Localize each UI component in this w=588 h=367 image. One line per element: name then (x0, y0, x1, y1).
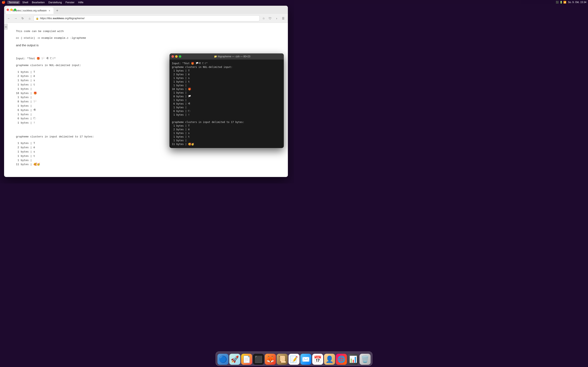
terminal-body: Input: "Tëst 🎁 🏳️नी ‌ি!" grapheme cluste… (169, 59, 284, 148)
security-icon: 🔒 (36, 17, 39, 20)
terminal-title: 📁 libgrapheme — -zsh — 80×23 (182, 55, 282, 58)
menubar-bearbeiten[interactable]: Bearbeiten (30, 1, 46, 4)
bookmark-button[interactable]: ☆ (260, 15, 267, 21)
menubar-terminal[interactable]: Terminal (7, 1, 20, 4)
nav-bar: ← → ↻ ⌂ 🔒 https://libs.suckless.org/libg… (4, 14, 288, 23)
compile-label: This code can be compiled with (16, 29, 280, 34)
nav-actions: ☆ 🛡 › ☰ (260, 15, 286, 21)
output-label: and the output is (16, 43, 280, 48)
close-button[interactable] (7, 8, 9, 11)
terminal-titlebar: 📁 libgrapheme — -zsh — 80×23 (169, 53, 284, 59)
url-bar[interactable]: 🔒 https://libs.suckless.org/libgrapheme/ (34, 15, 260, 21)
terminal-close[interactable] (172, 55, 174, 58)
url-tld: .org/libgrapheme/ (64, 17, 85, 20)
menubar-fenster[interactable]: Fenster (64, 1, 76, 4)
menu-button[interactable]: ☰ (280, 15, 286, 21)
back-button[interactable]: ← (6, 15, 12, 21)
menubar-items: Terminal Shell Bearbeiten Darstellung Fe… (7, 1, 85, 4)
minimize-button[interactable] (10, 8, 13, 11)
terminal-controls (172, 55, 181, 58)
window-controls (7, 8, 16, 11)
shield-button[interactable]: 🛡 (267, 15, 273, 21)
menubar: 🍎 Terminal Shell Bearbeiten Darstellung … (0, 0, 294, 4)
apple-menu[interactable]: 🍎 (2, 0, 6, 4)
sidebar-tab[interactable]: sc (4, 24, 8, 30)
maximize-button[interactable] (14, 8, 16, 11)
menubar-shell[interactable]: Shell (21, 1, 30, 4)
reload-button[interactable]: ↻ (20, 15, 26, 21)
url-text: https://libs.suckless.org/libgrapheme/ (40, 17, 258, 20)
home-button[interactable]: ⌂ (26, 15, 33, 21)
tab-close-button[interactable]: ✕ (48, 9, 51, 12)
new-tab-button[interactable]: + (54, 8, 60, 13)
tab-bar: 📄 libraries | suckless.org software ✕ + (4, 6, 288, 14)
url-domain: suckless (53, 17, 64, 20)
browser-window: 📄 libraries | suckless.org software ✕ + … (4, 6, 288, 177)
more-button[interactable]: › (274, 15, 280, 21)
compile-command: cc (-static) -o example example.c -lgrap… (16, 36, 280, 40)
terminal-minimize[interactable] (175, 55, 178, 58)
menubar-hilfe[interactable]: Hilfe (77, 1, 85, 4)
terminal-title-icon: 📁 (214, 55, 217, 58)
url-subdomain: libs. (48, 17, 53, 20)
terminal-window: 📁 libgrapheme — -zsh — 80×23 Input: "Tës… (169, 53, 284, 148)
terminal-title-text: libgrapheme — -zsh — 80×23 (218, 55, 250, 58)
forward-button[interactable]: → (13, 15, 19, 21)
tab-title: libraries | suckless.org software (12, 9, 47, 12)
terminal-maximize[interactable] (179, 55, 181, 58)
menubar-darstellung[interactable]: Darstellung (47, 1, 63, 4)
url-scheme: https:// (40, 17, 48, 20)
